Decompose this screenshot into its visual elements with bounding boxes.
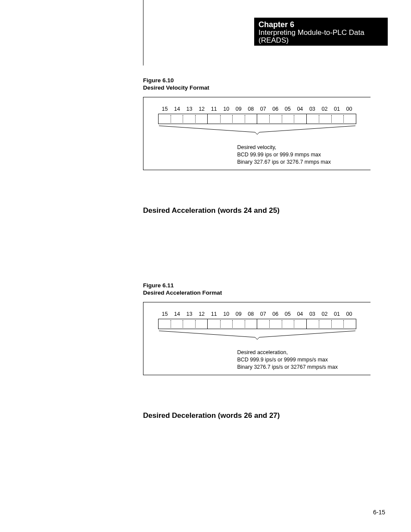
bit-label: 14 xyxy=(171,311,183,317)
bit-field: 15 14 13 12 11 10 09 08 07 06 05 04 03 0… xyxy=(158,106,356,166)
figure-caption-2: Figure 6.11 Desired Acceleration Format xyxy=(143,282,222,297)
bit-label: 01 xyxy=(331,106,343,112)
desc-line: Desired velocity, xyxy=(237,144,356,151)
bit-label: 05 xyxy=(282,311,294,317)
bit-label: 10 xyxy=(220,311,232,317)
bit-label: 01 xyxy=(331,311,343,317)
figure-description: Desired velocity, BCD 99.99 ips or 999.9… xyxy=(158,144,356,166)
page: Chapter 6 Interpreting Module-to-PLC Dat… xyxy=(0,0,411,532)
section-heading-deceleration: Desired Deceleration (words 26 and 27) xyxy=(143,411,280,420)
bit-label: 12 xyxy=(196,311,208,317)
nibble-group xyxy=(306,114,356,124)
nibble-group xyxy=(306,319,356,329)
nibble-group xyxy=(158,114,208,124)
page-number: 6-15 xyxy=(373,509,385,516)
bit-box-row xyxy=(158,114,356,124)
desc-line: Binary 327.67 ips or 3276.7 mmps max xyxy=(237,159,356,166)
figure-title: Desired Velocity Format xyxy=(143,84,209,92)
bit-label: 08 xyxy=(245,106,257,112)
bit-label: 08 xyxy=(245,311,257,317)
nibble-group xyxy=(257,114,306,124)
bit-label: 07 xyxy=(257,106,269,112)
bit-label: 00 xyxy=(343,106,355,112)
figure-diagram-2: 15 14 13 12 11 10 09 08 07 06 05 04 03 0… xyxy=(143,302,371,375)
bit-label: 04 xyxy=(294,311,306,317)
nibble-group xyxy=(207,114,257,124)
bit-label: 13 xyxy=(184,106,196,112)
nibble-group xyxy=(158,319,208,329)
bit-label: 15 xyxy=(159,311,171,317)
bit-numbers: 15 14 13 12 11 10 09 08 07 06 05 04 03 0… xyxy=(158,106,356,114)
bit-label: 15 xyxy=(159,106,171,112)
bit-label: 06 xyxy=(269,106,281,112)
desc-line: Binary 3276.7 ips/s or 32767 mmps/s max xyxy=(237,364,356,371)
chapter-number: Chapter 6 xyxy=(258,21,383,29)
bit-box-row xyxy=(158,319,356,329)
figure-caption-1: Figure 6.10 Desired Velocity Format xyxy=(143,77,209,92)
bit-label: 04 xyxy=(294,106,306,112)
figure-title: Desired Acceleration Format xyxy=(143,289,222,297)
chapter-title-line2: (READS) xyxy=(258,37,383,44)
desc-line: BCD 999.9 ips/s or 9999 mmps/s max xyxy=(237,356,356,364)
bit-label: 12 xyxy=(196,106,208,112)
vertical-rule xyxy=(143,0,143,65)
section-heading-acceleration: Desired Acceleration (words 24 and 25) xyxy=(143,206,280,215)
bit-field: 15 14 13 12 11 10 09 08 07 06 05 04 03 0… xyxy=(158,311,356,371)
chapter-header-box: Chapter 6 Interpreting Module-to-PLC Dat… xyxy=(254,18,388,46)
bit-label: 03 xyxy=(306,106,318,112)
brace-icon xyxy=(158,125,356,134)
bit-label: 10 xyxy=(220,106,232,112)
nibble-group xyxy=(207,319,257,329)
bit-label: 03 xyxy=(306,311,318,317)
nibble-group xyxy=(257,319,306,329)
desc-line: BCD 99.99 ips or 999.9 mmps max xyxy=(237,151,356,159)
bit-label: 09 xyxy=(233,311,245,317)
bit-label: 14 xyxy=(171,106,183,112)
bit-label: 02 xyxy=(318,311,330,317)
figure-description: Desired acceleration, BCD 999.9 ips/s or… xyxy=(158,349,356,371)
bit-numbers: 15 14 13 12 11 10 09 08 07 06 05 04 03 0… xyxy=(158,311,356,319)
figure-number: Figure 6.10 xyxy=(143,77,209,84)
brace-icon xyxy=(158,330,356,339)
chapter-title-line1: Interpreting Module-to-PLC Data xyxy=(258,29,383,37)
figure-diagram-1: 15 14 13 12 11 10 09 08 07 06 05 04 03 0… xyxy=(143,97,371,170)
bit-label: 07 xyxy=(257,311,269,317)
bit-label: 00 xyxy=(343,311,355,317)
bit-label: 13 xyxy=(184,311,196,317)
bit-label: 06 xyxy=(269,311,281,317)
bit-label: 11 xyxy=(208,106,220,112)
bit-label: 11 xyxy=(208,311,220,317)
bit-label: 09 xyxy=(233,106,245,112)
figure-number: Figure 6.11 xyxy=(143,282,222,289)
bit-label: 05 xyxy=(282,106,294,112)
desc-line: Desired acceleration, xyxy=(237,349,356,356)
bit-label: 02 xyxy=(318,106,330,112)
